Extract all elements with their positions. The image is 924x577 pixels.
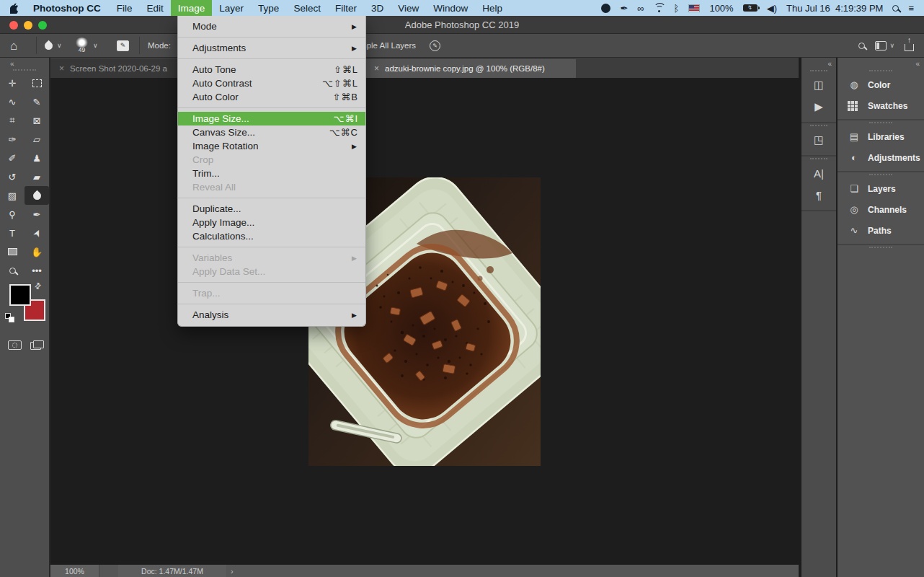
zoom-level-field[interactable]: 100% <box>50 565 99 577</box>
menu-item-canvas-size[interactable]: Canvas Size...⌥⌘C <box>178 125 365 139</box>
paths-panel-tab[interactable]: ∿ Paths <box>838 220 924 241</box>
menubar-item-3d[interactable]: 3D <box>364 0 391 16</box>
current-tool-preset[interactable]: ∨ <box>45 34 62 57</box>
panel-grip[interactable] <box>869 122 892 123</box>
adjustments-panel-tab[interactable]: ◐ Adjustments <box>838 147 924 168</box>
menu-item-auto-color[interactable]: Auto Color⇧⌘B <box>178 90 365 104</box>
3d-panel-button[interactable]: ◳ <box>801 129 836 151</box>
share-image-icon[interactable] <box>905 44 914 51</box>
crop-tool[interactable]: ⌗ <box>0 111 25 130</box>
close-tab-icon[interactable]: × <box>59 63 64 74</box>
home-icon[interactable]: ⌂ <box>10 40 17 52</box>
swap-colors-icon[interactable]: ⇄ <box>32 281 44 292</box>
eraser-tool[interactable]: ▰ <box>25 167 49 186</box>
panel-grip[interactable] <box>810 158 827 159</box>
status-chevron-icon[interactable]: › <box>231 567 234 576</box>
menubar-item-photoshop[interactable]: Photoshop CC <box>25 0 110 16</box>
dodge-tool[interactable]: ⚲ <box>0 205 25 224</box>
document-size-info[interactable]: Doc: 1.47M/1.47M <box>118 565 226 577</box>
creative-cloud-icon[interactable] <box>601 4 610 13</box>
menu-item-calculations[interactable]: Calculations... <box>178 229 365 243</box>
close-window-button[interactable] <box>9 21 18 30</box>
screen-mode-button[interactable] <box>30 340 44 350</box>
menubar-item-image[interactable]: Image <box>171 0 213 16</box>
close-tab-icon[interactable]: × <box>374 63 379 74</box>
panel-grip[interactable] <box>810 70 827 71</box>
canvas[interactable] <box>50 78 799 565</box>
zoom-tool[interactable] <box>0 261 25 280</box>
pressure-target-icon[interactable]: ✎ <box>430 40 440 51</box>
menubar-item-window[interactable]: Window <box>426 0 475 16</box>
wifi-icon[interactable] <box>654 4 665 12</box>
history-panel-button[interactable]: ◫ <box>801 74 836 96</box>
menu-item-mode[interactable]: Mode▶ <box>178 19 365 33</box>
panel-grip[interactable] <box>869 70 892 71</box>
panel-grip[interactable] <box>869 174 892 175</box>
search-icon[interactable] <box>858 43 865 49</box>
move-tool[interactable]: ✛ <box>0 74 25 92</box>
clone-stamp-tool[interactable]: ♟ <box>25 149 49 167</box>
paint-bucket-tool[interactable]: ▨ <box>0 186 25 205</box>
frame-tool[interactable]: ⊠ <box>25 111 49 130</box>
bluetooth-icon[interactable]: ᛒ <box>674 4 680 13</box>
menu-item-image-rotation[interactable]: Image Rotation▶ <box>178 139 365 153</box>
channels-panel-tab[interactable]: ◎ Channels <box>838 199 924 220</box>
color-panel-tab[interactable]: ◍ Color <box>838 74 924 95</box>
foreground-color-swatch[interactable] <box>9 284 31 306</box>
volume-icon[interactable]: ◀) <box>767 4 777 13</box>
zoom-window-button[interactable] <box>38 21 47 30</box>
libraries-panel-tab[interactable]: ▤ Libraries <box>838 126 924 147</box>
brush-tool[interactable]: ✐ <box>0 149 25 167</box>
default-colors-icon[interactable] <box>5 313 14 322</box>
layers-panel-tab[interactable]: ❏ Layers <box>838 178 924 199</box>
swatches-panel-tab[interactable]: Swatches <box>838 95 924 116</box>
type-tool[interactable]: T <box>0 224 25 242</box>
paragraph-panel-button[interactable]: ¶ <box>801 184 836 206</box>
menubar-item-edit[interactable]: Edit <box>140 0 171 16</box>
menu-item-auto-contrast[interactable]: Auto Contrast⌥⇧⌘L <box>178 76 365 90</box>
healing-brush-tool[interactable]: ▱ <box>25 130 49 149</box>
edit-toolbar-button[interactable]: ••• <box>25 261 49 280</box>
spotlight-icon[interactable] <box>892 5 899 12</box>
menu-item-auto-tone[interactable]: Auto Tone⇧⌘L <box>178 63 365 76</box>
menu-item-image-size[interactable]: Image Size...⌥⌘I <box>178 112 365 125</box>
toolbar-collapse[interactable]: « <box>0 58 49 68</box>
workspace-switcher-icon[interactable] <box>875 41 887 50</box>
actions-panel-button[interactable]: ▶ <box>801 96 836 118</box>
brush-size-picker[interactable]: 49 ∨ <box>75 34 98 57</box>
menu-item-adjustments[interactable]: Adjustments▶ <box>178 41 365 55</box>
menubar-item-view[interactable]: View <box>391 0 426 16</box>
document-tab-active[interactable]: × adzuki-brownie copy.jpg @ 100% (RGB/8#… <box>365 59 576 78</box>
rectangle-tool[interactable] <box>0 242 25 261</box>
minimize-window-button[interactable] <box>24 21 32 30</box>
menu-item-trim[interactable]: Trim... <box>178 167 365 180</box>
pen-status-icon[interactable]: ✒ <box>620 4 628 13</box>
menubar-clock[interactable]: Thu Jul 16 4:19:39 PM <box>786 4 883 13</box>
menubar-item-type[interactable]: Type <box>251 0 286 16</box>
battery-icon[interactable]: ↯ <box>743 4 758 12</box>
panel-grip[interactable] <box>810 125 827 126</box>
apple-menu[interactable] <box>0 3 25 14</box>
marquee-tool[interactable] <box>25 74 49 92</box>
panel-grip[interactable] <box>869 247 892 248</box>
toolbar-grip[interactable] <box>13 69 36 71</box>
lasso-tool[interactable]: ∿ <box>0 92 25 111</box>
eyedropper-tool[interactable]: ✑ <box>0 130 25 149</box>
menubar-item-help[interactable]: Help <box>475 0 510 16</box>
quick-mask-button[interactable] <box>8 340 22 350</box>
panel-dock-collapse[interactable]: « <box>838 58 924 69</box>
history-brush-tool[interactable]: ↺ <box>0 167 25 186</box>
menu-item-apply-image[interactable]: Apply Image... <box>178 216 365 229</box>
menu-item-analysis[interactable]: Analysis▶ <box>178 308 365 322</box>
menubar-item-filter[interactable]: Filter <box>328 0 364 16</box>
menu-item-duplicate[interactable]: Duplicate... <box>178 202 365 216</box>
character-panel-button[interactable]: A| <box>801 162 836 184</box>
notification-center-icon[interactable]: ≡ <box>908 4 914 13</box>
glasses-status-icon[interactable]: ∞ <box>637 4 644 13</box>
menubar-item-file[interactable]: File <box>110 0 140 16</box>
menubar-item-select[interactable]: Select <box>286 0 328 16</box>
menubar-item-layer[interactable]: Layer <box>212 0 251 16</box>
input-language-flag-icon[interactable] <box>688 4 700 12</box>
blur-tool-selected[interactable] <box>25 186 49 205</box>
brush-settings-panel-toggle[interactable]: ✎ <box>117 40 129 51</box>
